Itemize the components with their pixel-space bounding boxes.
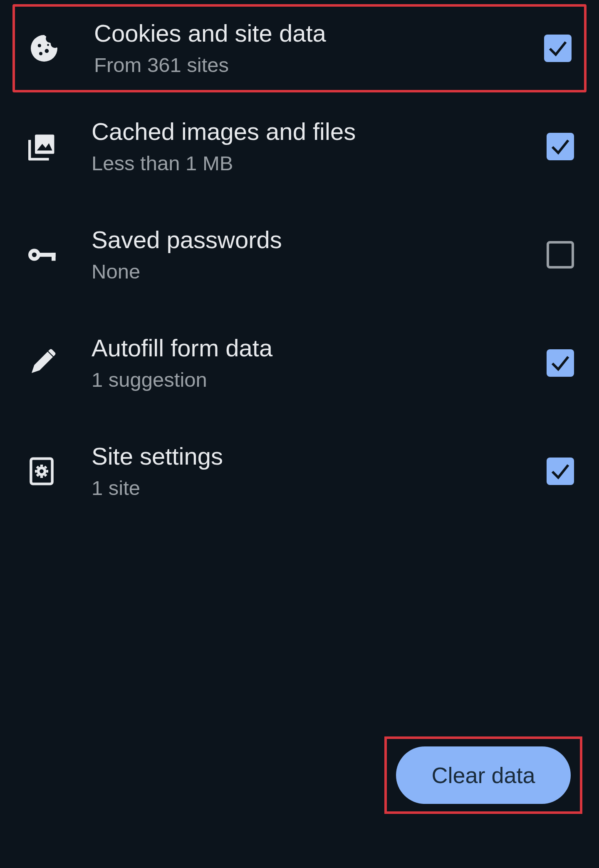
- checkbox-autofill[interactable]: [547, 349, 574, 377]
- row-cache-text: Cached images and files Less than 1 MB: [92, 117, 528, 177]
- row-cache[interactable]: Cached images and files Less than 1 MB: [17, 92, 582, 201]
- row-site-settings[interactable]: Site settings 1 site: [17, 417, 582, 525]
- row-title: Saved passwords: [92, 225, 528, 255]
- row-cookies-text: Cookies and site data From 361 sites: [94, 18, 526, 78]
- row-title: Site settings: [92, 441, 528, 472]
- row-autofill-text: Autofill form data 1 suggestion: [92, 333, 528, 393]
- cog-card-icon: [21, 455, 92, 488]
- row-subtitle: 1 suggestion: [92, 367, 528, 393]
- row-cookies[interactable]: Cookies and site data From 361 sites: [12, 4, 587, 92]
- clear-browsing-data-screen: Cookies and site data From 361 sites Cac…: [0, 0, 599, 868]
- row-title: Cookies and site data: [94, 18, 526, 49]
- pencil-icon: [21, 346, 92, 380]
- row-title: Cached images and files: [92, 117, 528, 147]
- cookie-icon: [23, 32, 94, 65]
- key-icon: [21, 238, 92, 271]
- row-subtitle: 1 site: [92, 475, 528, 502]
- checkbox-cache[interactable]: [547, 133, 574, 160]
- checkbox-cookies[interactable]: [544, 35, 572, 62]
- row-passwords[interactable]: Saved passwords None: [17, 201, 582, 309]
- row-autofill[interactable]: Autofill form data 1 suggestion: [17, 309, 582, 417]
- clear-data-list: Cookies and site data From 361 sites Cac…: [0, 4, 599, 525]
- row-passwords-text: Saved passwords None: [92, 225, 528, 285]
- footer-highlight: Clear data: [384, 736, 582, 814]
- row-subtitle: From 361 sites: [94, 52, 526, 79]
- clear-data-button[interactable]: Clear data: [396, 746, 571, 804]
- row-subtitle: Less than 1 MB: [92, 150, 528, 177]
- image-stack-icon: [21, 130, 92, 163]
- row-site-settings-text: Site settings 1 site: [92, 441, 528, 501]
- row-subtitle: None: [92, 259, 528, 285]
- row-title: Autofill form data: [92, 333, 528, 363]
- checkbox-site-settings[interactable]: [547, 458, 574, 485]
- checkbox-passwords[interactable]: [547, 241, 574, 269]
